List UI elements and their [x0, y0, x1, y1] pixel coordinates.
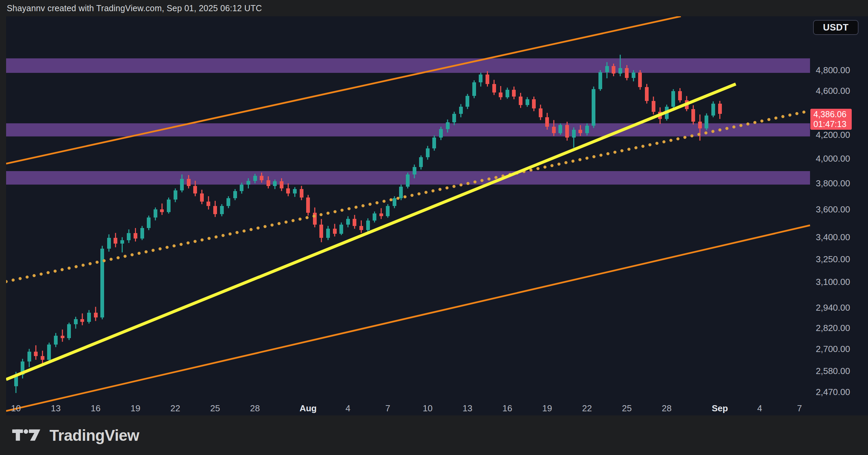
- last-price-badge: 4,386.06 01:47:13: [810, 109, 852, 130]
- candle: [678, 88, 682, 102]
- candle: [306, 195, 310, 215]
- time-axis-label: 22: [171, 403, 180, 414]
- candle: [638, 70, 642, 90]
- price-axis-label: 3,250.00: [816, 254, 850, 264]
- candle: [419, 156, 423, 169]
- price-axis-label: 3,100.00: [816, 277, 850, 287]
- candle: [226, 196, 230, 208]
- candle: [326, 226, 330, 240]
- candle: [54, 333, 58, 347]
- candle: [286, 183, 290, 196]
- candle: [107, 234, 111, 252]
- time-axis-label: 4: [346, 403, 350, 414]
- candle: [379, 208, 383, 219]
- price-axis-label: 3,800.00: [816, 178, 850, 189]
- title-bar: Shayannv created with TradingView.com, S…: [0, 0, 868, 16]
- candle: [333, 224, 337, 236]
- tradingview-logo-text: TradingView: [50, 426, 139, 444]
- candle: [206, 196, 210, 209]
- price-axis-label: 2,700.00: [816, 344, 850, 354]
- time-axis-label: 13: [51, 403, 61, 414]
- candle: [698, 115, 702, 141]
- time-axis-label: 28: [662, 403, 672, 414]
- candle: [691, 105, 695, 124]
- candle: [645, 84, 649, 104]
- time-axis-label: 13: [462, 403, 472, 414]
- time-axis-label: 10: [11, 403, 21, 414]
- last-price-value: 4,386.06: [813, 109, 852, 119]
- candle: [120, 237, 124, 252]
- candle: [506, 88, 509, 99]
- candle: [671, 89, 675, 108]
- candle: [432, 136, 436, 151]
- candle: [386, 204, 390, 218]
- candle: [406, 172, 410, 188]
- footer-bar: TradingView: [0, 415, 868, 455]
- price-axis-label: 4,800.00: [816, 65, 850, 76]
- candle: [127, 229, 131, 243]
- time-axis-label: 19: [131, 403, 140, 414]
- candle: [652, 97, 655, 115]
- candle: [479, 73, 482, 86]
- time-axis-label: 16: [502, 403, 512, 414]
- candle: [47, 343, 51, 361]
- time-axis-label: 7: [386, 403, 390, 414]
- price-axis-label: 2,940.00: [816, 302, 850, 313]
- tradingview-logo-icon: [12, 426, 42, 444]
- candle: [519, 93, 522, 108]
- candle: [366, 218, 370, 231]
- zone-resistance-4800: [6, 58, 810, 73]
- time-axis-label: 4: [757, 403, 762, 414]
- time-axis-label-month: Sep: [712, 403, 728, 414]
- candle: [373, 211, 376, 222]
- candle: [718, 101, 722, 119]
- candle: [87, 310, 91, 324]
- candle: [452, 112, 456, 125]
- candle: [233, 189, 237, 200]
- candle: [459, 104, 463, 117]
- candle: [539, 105, 542, 120]
- candle: [27, 349, 31, 367]
- candle: [532, 97, 536, 111]
- candle: [512, 86, 516, 99]
- time-axis-label: 25: [622, 403, 632, 414]
- candle: [21, 359, 24, 378]
- candle: [200, 190, 204, 204]
- candle: [359, 221, 363, 233]
- time-axis-label: 25: [210, 403, 220, 414]
- candle: [319, 219, 323, 242]
- price-axis-label: 3,600.00: [816, 204, 850, 215]
- candle: [140, 226, 144, 240]
- price-axis-label: 4,200.00: [816, 129, 850, 140]
- candle: [426, 146, 430, 160]
- upper-channel[interactable]: [6, 16, 681, 164]
- price-axis-label: 4,000.00: [816, 153, 850, 164]
- price-axis-label: 2,820.00: [816, 323, 850, 333]
- candle: [393, 196, 396, 208]
- candle: [339, 223, 343, 235]
- candle: [293, 187, 297, 197]
- time-axis-label: 7: [797, 403, 802, 414]
- candle: [134, 228, 137, 242]
- time-axis-label: 16: [91, 403, 101, 414]
- tradingview-logo[interactable]: TradingView: [12, 426, 139, 444]
- price-axis-label: 2,470.00: [816, 387, 850, 397]
- candlestick-chart[interactable]: [6, 16, 868, 415]
- lower-channel[interactable]: [6, 225, 810, 411]
- candle: [592, 86, 595, 128]
- price-axis-label: 4,600.00: [816, 85, 850, 96]
- candle: [160, 204, 164, 215]
- chart-area[interactable]: [6, 16, 868, 415]
- zone-zone-4200: [6, 123, 810, 137]
- candle: [74, 317, 78, 329]
- candle: [174, 188, 177, 202]
- candle: [61, 330, 64, 342]
- candle: [711, 101, 715, 117]
- candle: [572, 127, 576, 148]
- candle: [147, 215, 151, 230]
- chart-title: Shayannv created with TradingView.com, S…: [7, 3, 262, 13]
- candle: [67, 323, 71, 340]
- time-axis-label: 28: [250, 403, 260, 414]
- time-axis-label: 19: [542, 403, 552, 414]
- quote-currency-badge[interactable]: USDT: [813, 20, 859, 35]
